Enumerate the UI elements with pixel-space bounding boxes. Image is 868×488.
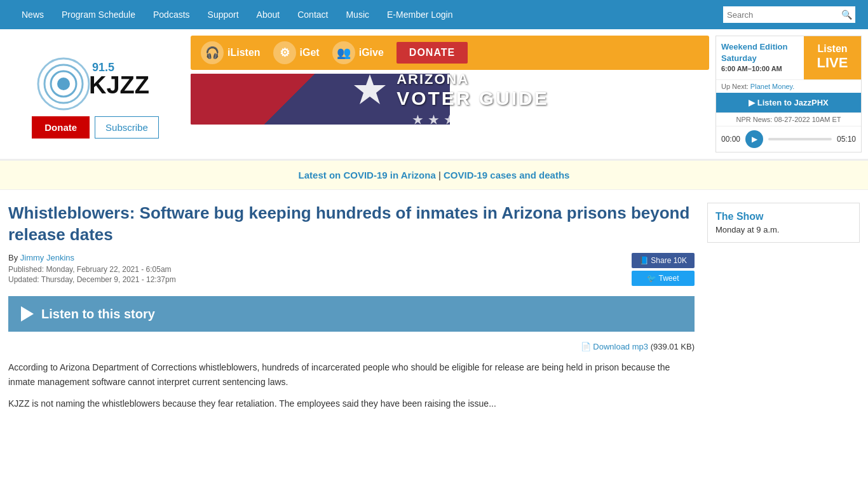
kjzz-logo: 91.5 KJZZ	[25, 49, 165, 112]
igive-icon: 👥	[332, 41, 355, 64]
igive-item[interactable]: 👥 iGive	[332, 41, 384, 64]
top-navigation: News Program Schedule Podcasts Support A…	[0, 0, 868, 29]
donate-bar-button[interactable]: DONATE	[397, 42, 468, 64]
listen-story-bar[interactable]: Listen to this story	[8, 296, 695, 332]
subscribe-button[interactable]: Subscribe	[95, 116, 159, 139]
updated-date-value: Thursday, December 9, 2021 - 12:37pm	[41, 275, 176, 284]
voter-guide-banner[interactable]: ARIZONA VOTER GUIDE ★ ★ ★ ★ ★	[191, 74, 709, 125]
nav-item-contact[interactable]: Contact	[288, 0, 337, 29]
progress-bar[interactable]	[768, 138, 832, 140]
iget-item[interactable]: ⚙ iGet	[273, 41, 320, 64]
fb-share-label: Share 10K	[651, 256, 687, 265]
up-next-show[interactable]: Planet Money.	[750, 83, 795, 90]
article-paragraph-2: KJZZ is not naming the whistleblowers be…	[8, 396, 695, 410]
twitter-icon: 🐦	[647, 274, 656, 283]
twitter-share-button[interactable]: 🐦 Tweet	[632, 271, 695, 286]
nav-item-support[interactable]: Support	[199, 0, 248, 29]
iget-label: iGet	[300, 47, 320, 58]
igive-label: iGive	[359, 47, 384, 58]
audio-player: 00:00 ▶ 05:10	[716, 126, 861, 152]
tw-tweet-label: Tweet	[659, 274, 679, 283]
ilisten-item[interactable]: 🎧 iListen	[201, 41, 261, 64]
facebook-share-button[interactable]: 📘 Share 10K	[632, 253, 695, 268]
download-section: 📄 Download mp3 (939.01 KB)	[8, 342, 695, 351]
article-title: Whistleblowers: Software bug keeping hun…	[8, 203, 695, 246]
npr-news-text: NPR News: 08-27-2022 10AM ET	[716, 112, 861, 126]
search-button[interactable]: 🔍	[837, 6, 855, 23]
article-meta: By Jimmy Jenkins Published: Monday, Febr…	[8, 253, 176, 285]
byline-prefix: By	[8, 253, 20, 262]
play-triangle-icon	[21, 306, 34, 322]
article-meta-row: By Jimmy Jenkins Published: Monday, Febr…	[8, 253, 695, 286]
live-player-widget: Weekend Edition Saturday 6:00 AM–10:00 A…	[715, 36, 862, 152]
the-show-title: The Show	[715, 211, 851, 222]
logo-area: 91.5 KJZZ Donate Subscribe	[6, 36, 184, 152]
iget-icon: ⚙	[273, 41, 296, 64]
show-title: Weekend Edition Saturday	[721, 41, 799, 64]
download-mp3-link[interactable]: Download mp3	[593, 342, 648, 351]
sidebar-show-block: The Show Monday at 9 a.m.	[707, 203, 860, 243]
download-size: (939.01 KB)	[651, 342, 695, 351]
right-sidebar: The Show Monday at 9 a.m.	[707, 203, 860, 419]
svg-marker-6	[354, 74, 386, 104]
byline: By Jimmy Jenkins	[8, 253, 176, 262]
show-time: 6:00 AM–10:00 AM	[721, 64, 799, 74]
article-paragraph-1: According to Arizona Department of Corre…	[8, 360, 695, 389]
main-layout: Whistleblowers: Software bug keeping hun…	[2, 203, 866, 419]
fb-icon: 📘	[639, 256, 649, 265]
listen-story-label: Listen to this story	[41, 307, 155, 322]
voter-guide-title: VOTER GUIDE	[397, 88, 549, 109]
published-label: Published:	[8, 265, 44, 274]
search-input[interactable]	[723, 6, 837, 23]
updated-date: Updated: Thursday, December 9, 2021 - 12…	[8, 275, 176, 284]
the-show-day: Monday at 9 a.m.	[715, 225, 851, 234]
jazzphx-button[interactable]: ▶ Listen to JazzPHX	[716, 93, 861, 112]
listen-label: Listen	[813, 43, 852, 55]
nav-item-about[interactable]: About	[248, 0, 289, 29]
logo-buttons: Donate Subscribe	[32, 116, 159, 139]
show-info: Weekend Edition Saturday 6:00 AM–10:00 A…	[716, 36, 804, 79]
star-icon	[351, 74, 389, 109]
nav-item-podcasts[interactable]: Podcasts	[144, 0, 199, 29]
published-date: Published: Monday, February 22, 2021 - 6…	[8, 265, 176, 274]
up-next-label: Up Next:	[721, 83, 749, 90]
published-date-value: Monday, February 22, 2021 - 6:05am	[46, 265, 171, 274]
article-body: According to Arizona Department of Corre…	[8, 360, 695, 410]
svg-point-3	[57, 78, 70, 90]
headphones-icon: 🎧	[201, 41, 224, 64]
updated-label: Updated:	[8, 275, 39, 284]
article-area: Whistleblowers: Software bug keeping hun…	[8, 203, 707, 419]
ilisten-bar: 🎧 iListen ⚙ iGet 👥 iGive DONATE	[191, 36, 709, 70]
covid-cases-link[interactable]: COVID-19 cases and deaths	[444, 170, 569, 180]
file-icon: 📄	[581, 342, 591, 351]
svg-text:KJZZ: KJZZ	[89, 72, 149, 98]
covid-banner: Latest on COVID-19 in Arizona | COVID-19…	[0, 160, 868, 190]
up-next: Up Next: Planet Money.	[716, 79, 861, 93]
time-total: 05:10	[837, 135, 856, 144]
covid-separator: |	[438, 170, 444, 180]
jazzphx-label: ▶ Listen to JazzPHX	[749, 98, 829, 107]
author-link[interactable]: Jimmy Jenkins	[20, 253, 74, 262]
banner-area: 🎧 iListen ⚙ iGet 👥 iGive DONATE	[191, 36, 709, 152]
search-form: 🔍	[723, 6, 855, 23]
play-button[interactable]: ▶	[745, 130, 763, 148]
live-player-top: Weekend Edition Saturday 6:00 AM–10:00 A…	[716, 36, 861, 79]
donate-button[interactable]: Donate	[32, 116, 90, 139]
social-buttons: 📘 Share 10K 🐦 Tweet	[632, 253, 695, 286]
nav-item-music[interactable]: Music	[337, 0, 378, 29]
time-current: 00:00	[721, 135, 740, 144]
live-label: LIVE	[813, 55, 852, 71]
nav-item-emember-login[interactable]: E-Member Login	[378, 0, 462, 29]
voter-guide-state: ARIZONA	[397, 74, 549, 88]
nav-item-program-schedule[interactable]: Program Schedule	[53, 0, 144, 29]
nav-item-news[interactable]: News	[13, 0, 53, 29]
listen-live-button[interactable]: Listen LIVE	[804, 36, 861, 79]
ilisten-label: iListen	[227, 47, 261, 58]
covid-arizona-link[interactable]: Latest on COVID-19 in Arizona	[299, 170, 436, 180]
site-header: 91.5 KJZZ Donate Subscribe 🎧 iListen ⚙ i…	[0, 29, 868, 160]
